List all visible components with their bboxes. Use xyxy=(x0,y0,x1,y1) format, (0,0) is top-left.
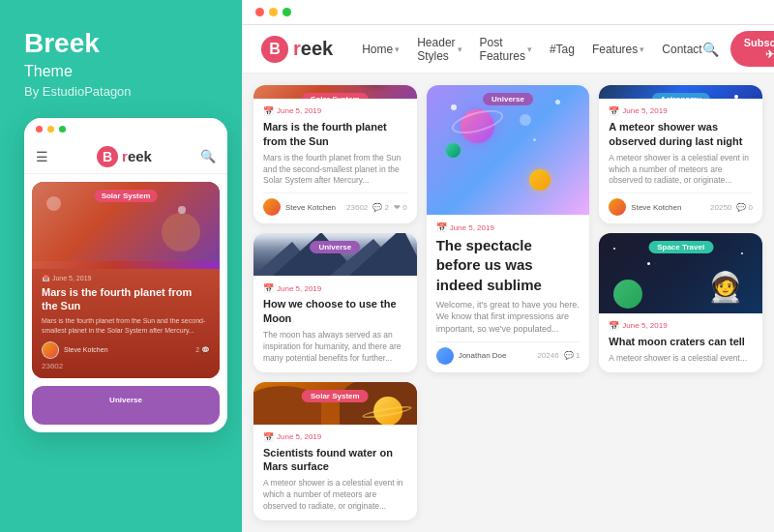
card-date-moon: 📅 June 5, 2019 xyxy=(263,283,407,293)
mobile-card-title: Mars is the fourth planet from the Sun xyxy=(42,285,210,313)
card-date-universe: 📅 June 5, 2019 xyxy=(436,222,580,232)
brand-subtitle: Theme xyxy=(24,63,218,80)
mobile-card-tag: Solar System xyxy=(95,190,158,202)
browser-chrome xyxy=(242,0,774,25)
nav-features[interactable]: Features ▾ xyxy=(592,43,644,56)
mobile-card-footer: Steve Kotchen 2 💬 xyxy=(42,341,210,359)
article-card-moon: Universe 📅 June 5, 2019 How we choose to… xyxy=(253,233,417,371)
dot-green xyxy=(59,126,66,133)
article-card-mars: Solar System 📅 June 5, 2019 Mars is the … xyxy=(253,85,417,223)
mobile-author-avatar xyxy=(42,341,59,359)
card-author-astronomy: Steve Kotchen xyxy=(631,203,705,212)
card-stats-mars: 23602 💬 2 ❤ 0 xyxy=(346,203,407,212)
mobile-card-date: 📅 June 5, 2019 xyxy=(42,275,210,282)
mobile-logo-b: B xyxy=(97,146,118,167)
dot-red xyxy=(36,126,43,133)
left-panel: Breek Theme By EstudioPatagon ☰ B reek 🔍… xyxy=(0,0,242,532)
mobile-author-name: Steve Kotchen xyxy=(64,346,191,353)
right-panel: B reek Home ▾ Header Styles ▾ Post Featu… xyxy=(242,0,774,532)
mockup-nav: ☰ B reek 🔍 xyxy=(24,140,227,174)
card-image-universe: Universe xyxy=(427,85,590,215)
cal-icon-mars: 📅 xyxy=(263,106,274,116)
card-body-space-travel: 📅 June 5, 2019 What moon craters can tel… xyxy=(599,313,762,372)
card-stats-universe: 20246 💬 1 xyxy=(537,351,580,360)
card-body-solar-surface: 📅 June 5, 2019 Scientists found water on… xyxy=(253,425,417,520)
nav-tag[interactable]: #Tag xyxy=(550,43,575,56)
card-image-astronomy: Astronomy xyxy=(599,85,762,99)
search-icon-button[interactable]: 🔍 xyxy=(702,42,719,57)
card-body-moon: 📅 June 5, 2019 How we choose to use the … xyxy=(253,276,417,371)
brand-title: Breek xyxy=(24,29,218,59)
mobile-stats: 2 💬 xyxy=(195,346,210,354)
card-image-solar-surface: Solar System xyxy=(253,382,417,425)
mobile-card-desc: Mars is the fourth planet from the Sun a… xyxy=(42,316,210,336)
card-image-mars: Solar System xyxy=(253,85,417,99)
hamburger-icon[interactable]: ☰ xyxy=(36,149,48,164)
browser-dot-yellow xyxy=(269,8,278,16)
card-tag-space-travel: Space Travel xyxy=(648,241,713,253)
card-author-mars: Steve Kotchen xyxy=(285,203,342,212)
card-body-mars: 📅 June 5, 2019 Mars is the fourth planet… xyxy=(253,99,417,223)
card-excerpt-astronomy: A meteor shower is a celestial event in … xyxy=(609,153,753,188)
article-card-space-travel: Space Travel 🧑‍🚀 📅 June 5, 2019 What moo… xyxy=(599,233,762,371)
mobile-logo-text: reek xyxy=(122,148,152,164)
logo-text: reek xyxy=(293,38,333,60)
card-tag-solar-surface: Solar System xyxy=(302,390,369,402)
site-nav: Home ▾ Header Styles ▾ Post Features ▾ #… xyxy=(362,36,701,63)
card-title-astronomy: A meteor shower was observed during last… xyxy=(609,120,753,149)
card-image-space-travel: Space Travel 🧑‍🚀 xyxy=(599,233,762,313)
nav-contact[interactable]: Contact xyxy=(662,43,701,56)
nav-post-features[interactable]: Post Features ▾ xyxy=(480,36,532,63)
brand-by: By EstudioPatagon xyxy=(24,84,218,99)
card-avatar-astronomy xyxy=(609,198,626,216)
card-stats-astronomy: 20250 💬 0 xyxy=(710,203,753,212)
nav-home[interactable]: Home ▾ xyxy=(362,43,400,56)
card-title-solar-surface: Scientists found water on Mars surface xyxy=(263,446,407,475)
card-tag-moon: Universe xyxy=(310,241,360,253)
article-card-universe: Universe 📅 June 5, 2019 The spe xyxy=(427,85,590,372)
mobile-views: 23602 xyxy=(42,362,210,370)
content-area: Solar System 📅 June 5, 2019 Mars is the … xyxy=(242,74,774,532)
mobile-card2-tag: Universe xyxy=(103,394,149,406)
mobile-article-card-1: Solar System 📅 June 5, 2019 Mars is the … xyxy=(32,182,220,378)
card-excerpt-space-travel: A meteor shower is a celestial event... xyxy=(609,353,753,365)
article-card-astronomy: Astronomy 📅 June 5, 2019 A meteor shower xyxy=(599,85,762,223)
nav-header-styles[interactable]: Header Styles ▾ xyxy=(417,36,461,63)
mobile-mockup: ☰ B reek 🔍 Solar System 📅 June 5, 2019 xyxy=(24,118,227,432)
mockup-logo: B reek xyxy=(97,146,152,167)
card-title-space-travel: What moon craters can tell xyxy=(609,335,753,349)
card-footer-mars: Steve Kotchen 23602 💬 2 ❤ 0 xyxy=(263,192,407,216)
card-avatar-universe xyxy=(436,347,454,365)
site-nav-right: 🔍 Subscribe ✈ xyxy=(702,31,774,67)
mobile-article-card-2: Universe xyxy=(32,386,220,425)
card-title-universe: The spectacle before us was indeed subli… xyxy=(436,236,580,295)
card-excerpt-moon: The moon has always served as an inspira… xyxy=(263,330,407,365)
card-footer-universe: Jonathan Doe 20246 💬 1 xyxy=(436,341,580,365)
cal-icon-moon: 📅 xyxy=(263,283,274,293)
card-body-astronomy: 📅 June 5, 2019 A meteor shower was obser… xyxy=(599,99,762,223)
card-excerpt-solar-surface: A meteor shower is a celestial event in … xyxy=(263,478,407,513)
browser-dot-red xyxy=(255,8,264,16)
card-date-astronomy: 📅 June 5, 2019 xyxy=(609,106,753,116)
cal-icon-astronomy: 📅 xyxy=(609,106,619,116)
card-date-mars: 📅 June 5, 2019 xyxy=(263,106,407,116)
card-author-universe: Jonathan Doe xyxy=(459,351,533,360)
cal-icon-solar-surface: 📅 xyxy=(263,432,274,442)
article-card-solar-surface: Solar System 📅 June 5, 2019 Scientists f… xyxy=(253,382,417,520)
card-avatar-mars xyxy=(263,198,281,216)
dot-yellow xyxy=(47,126,54,133)
browser-dot-green xyxy=(283,8,291,16)
card-tag-mars: Solar System xyxy=(302,93,369,99)
mobile-card-body-1: 📅 June 5, 2019 Mars is the fourth planet… xyxy=(32,269,220,378)
cal-icon-space-travel: 📅 xyxy=(609,321,619,331)
site-header: B reek Home ▾ Header Styles ▾ Post Featu… xyxy=(242,25,774,74)
card-excerpt-universe: Welcome, it's great to have you here. We… xyxy=(436,299,580,336)
card-body-universe: 📅 June 5, 2019 The spectacle before us w… xyxy=(427,215,590,372)
logo-b: B xyxy=(261,36,288,63)
card-excerpt-mars: Mars is the fourth planet from the Sun a… xyxy=(263,153,407,188)
card-tag-astronomy: Astronomy xyxy=(652,93,710,99)
mobile-search-icon[interactable]: 🔍 xyxy=(200,149,216,163)
card-title-mars: Mars is the fourth planet from the Sun xyxy=(263,120,407,149)
card-title-moon: How we choose to use the Moon xyxy=(263,297,407,326)
subscribe-button[interactable]: Subscribe ✈ xyxy=(730,31,774,67)
